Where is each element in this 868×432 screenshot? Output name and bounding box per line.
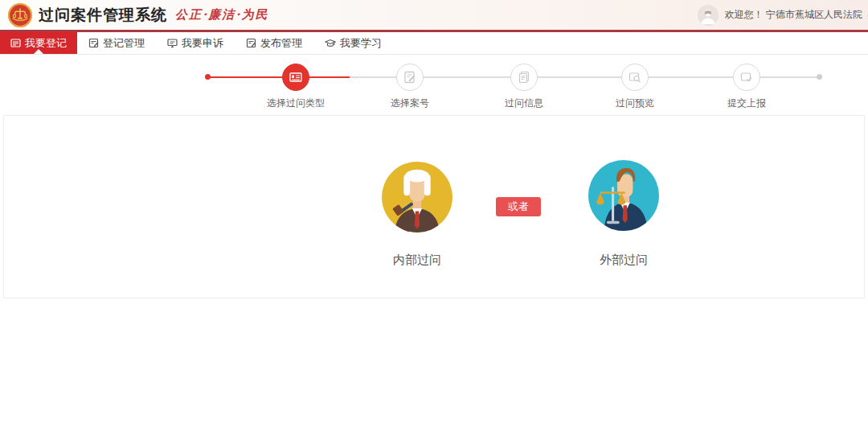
documents-icon <box>517 70 531 84</box>
edit-paper-icon <box>403 70 417 84</box>
nav-tab-label: 发布管理 <box>260 36 302 51</box>
clipboard-pen-icon <box>88 38 99 48</box>
inquiry-type-panel: 内部过问 或者 <box>3 115 865 298</box>
internal-inquiry-option[interactable] <box>382 162 452 232</box>
step-3-inquiry-info <box>510 64 538 91</box>
submit-check-icon <box>739 70 754 84</box>
step-label: 选择案号 <box>354 97 466 110</box>
wizard-stepper: 选择过问类型 选择案号 过问信息 过问预览 提交上报 <box>0 55 868 115</box>
clipboard-pen-icon <box>246 38 256 48</box>
step-label: 提交上报 <box>690 97 803 110</box>
preview-magnifier-icon <box>628 70 642 84</box>
step-label: 过问信息 <box>468 97 580 110</box>
nav-tab-study[interactable]: 我要学习 <box>313 32 393 54</box>
court-emblem-logo <box>8 3 32 27</box>
register-form-icon <box>10 38 21 48</box>
monitor-icon <box>167 38 178 48</box>
internal-inquiry-label: 内部过问 <box>361 253 473 268</box>
step-2-select-case-number <box>396 64 424 91</box>
app-title: 过问案件管理系统 <box>39 5 167 26</box>
step-label: 过问预览 <box>579 97 691 110</box>
or-divider-badge: 或者 <box>496 197 541 216</box>
step-label: 选择过问类型 <box>240 97 352 110</box>
nav-tab-label: 我要申诉 <box>182 36 223 51</box>
step-5-submit-report <box>733 64 760 91</box>
user-menu[interactable]: 欢迎您！ 宁德市蕉城区人民法院 ‹ <box>698 0 868 30</box>
nav-tab-register[interactable]: 我要登记 <box>0 32 77 54</box>
external-inquiry-label: 外部过问 <box>567 253 680 268</box>
step-1-select-inquiry-type <box>282 64 309 91</box>
user-avatar[interactable] <box>698 5 719 26</box>
certificate-icon <box>289 70 303 84</box>
main-nav: 我要登记 登记管理 我要申诉 发布管理 <box>0 32 868 55</box>
nav-tab-publish-management[interactable]: 发布管理 <box>235 32 313 54</box>
judge-avatar <box>382 162 452 232</box>
stepper-end-dot <box>817 74 822 80</box>
nav-tab-label: 登记管理 <box>103 36 145 51</box>
step-4-inquiry-preview <box>621 64 649 91</box>
scales-person-avatar <box>588 160 659 231</box>
welcome-text[interactable]: 欢迎您！ 宁德市蕉城区人民法院 <box>725 8 862 22</box>
stepper-progress <box>207 76 350 78</box>
nav-tab-registry-management[interactable]: 登记管理 <box>77 32 156 54</box>
nav-tab-label: 我要学习 <box>340 36 382 51</box>
header-slogan: 公正·廉洁·为民 <box>175 7 268 23</box>
graduation-cap-icon <box>325 38 336 48</box>
external-inquiry-option[interactable] <box>588 160 659 231</box>
app-window: 过问案件管理系统 公正·廉洁·为民 欢迎您！ 宁德市蕉城区人民法院 ‹ 我要登记 <box>0 0 868 432</box>
stepper-start-dot <box>205 74 211 80</box>
nav-tab-appeal[interactable]: 我要申诉 <box>156 32 235 54</box>
header: 过问案件管理系统 公正·廉洁·为民 欢迎您！ 宁德市蕉城区人民法院 ‹ <box>0 0 868 32</box>
nav-tab-label: 我要登记 <box>25 36 67 51</box>
